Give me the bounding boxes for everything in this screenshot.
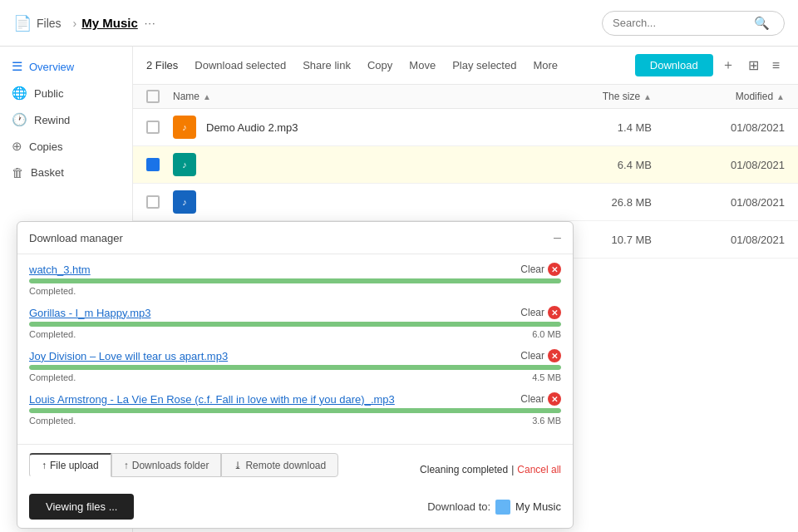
dm-cleaning-text: Cleaning completed [420, 464, 508, 475]
viewing-files-button[interactable]: Viewing files ... [29, 494, 134, 520]
dm-status-2: Completed. 4.5 MB [29, 372, 561, 382]
dm-item-1: Gorillas - I_m Happy.mp3 Clear ✕ Complet… [29, 306, 561, 339]
sort-size[interactable]: The size ▲ [552, 91, 652, 102]
dm-status-1: Completed. 6.0 MB [29, 329, 561, 339]
dm-status-text-3: Completed. [29, 416, 76, 426]
destination-label: My Music [515, 500, 561, 513]
file-date-3: 01/08/2021 [652, 234, 785, 246]
sidebar-label-overview: Overview [29, 61, 74, 73]
downloads-folder-icon: ↑ [124, 460, 129, 471]
dm-clear-label-2: Clear [520, 350, 544, 362]
search-icon: 🔍 [754, 16, 770, 31]
dm-tab-remote-download[interactable]: ⤓ Remote download [221, 453, 338, 477]
dm-filename-1[interactable]: Gorillas - I_m Happy.mp3 [29, 307, 150, 319]
file-count: 2 Files [146, 59, 178, 71]
add-icon-button[interactable]: ＋ [717, 53, 740, 77]
dm-filename-2[interactable]: Joy Division – Love will tear us apart.m… [29, 350, 228, 362]
dm-filename-3[interactable]: Louis Armstrong - La Vie En Rose (c.f. F… [29, 393, 395, 406]
sort-name[interactable]: Name ▲ [173, 91, 552, 102]
file-icon-1: ♪ [173, 153, 196, 176]
file-row-0: ♪ Demo Audio 2.mp3 1.4 MB 01/08/2021 [133, 109, 798, 146]
file-date-0: 01/08/2021 [652, 121, 785, 134]
file-checkbox-2[interactable] [146, 195, 160, 209]
more-button[interactable]: More [526, 56, 564, 75]
grid-view-button[interactable]: ⊞ [743, 54, 764, 76]
dm-footer: ↑ File upload ↑ Downloads folder ⤓ Remot… [17, 444, 573, 528]
dm-filename-0[interactable]: watch_3.htm [29, 264, 91, 276]
list-icon: ☰ [12, 59, 22, 74]
col-modified-label: Modified [736, 91, 773, 102]
globe-icon: 🌐 [12, 86, 27, 101]
dm-tabs: ↑ File upload ↑ Downloads folder ⤓ Remot… [29, 453, 338, 477]
dm-clear-button-2[interactable]: Clear ✕ [520, 349, 561, 362]
download-manager: Download manager – watch_3.htm Clear ✕ [17, 221, 574, 529]
sort-name-arrow: ▲ [203, 92, 211, 101]
dm-status-0: Completed. [29, 286, 561, 296]
download-to-label: Download to: [427, 500, 490, 513]
dm-tab-file-upload-label: File upload [50, 460, 99, 471]
dm-clear-button-1[interactable]: Clear ✕ [520, 306, 561, 319]
file-icon-2: ♪ [173, 190, 196, 214]
dm-footer-actions: Viewing files ... Download to: My Music [29, 494, 561, 520]
file-row-2: ♪ 26.8 MB 01/08/2021 [133, 184, 798, 221]
file-checkbox-0[interactable] [146, 121, 160, 134]
dm-body: watch_3.htm Clear ✕ Completed. [17, 254, 573, 444]
search-box: 🔍 [602, 11, 785, 36]
dm-status-3: Completed. 3.6 MB [29, 416, 561, 426]
file-list-header: Name ▲ The size ▲ Modified ▲ [133, 85, 798, 109]
sidebar-item-basket[interactable]: 🗑 Basket [0, 160, 132, 185]
dm-cleaning-status: Cleaning completed | Cancel all [420, 464, 561, 475]
sidebar-item-overview[interactable]: ☰ Overview [0, 53, 132, 80]
file-name-0: Demo Audio 2.mp3 [206, 121, 552, 134]
list-view-button[interactable]: ≡ [767, 55, 785, 76]
sidebar-label-rewind: Rewind [34, 114, 70, 126]
toolbar: 2 Files Download selected Share link Cop… [133, 47, 798, 85]
dm-item-2: Joy Division – Love will tear us apart.m… [29, 349, 561, 382]
copy-icon: ⊕ [12, 139, 22, 154]
dm-tab-downloads-folder[interactable]: ↑ Downloads folder [111, 453, 222, 477]
dm-status-text-2: Completed. [29, 372, 76, 382]
file-checkbox-1[interactable] [146, 158, 160, 171]
dm-progress-bar-2 [29, 365, 561, 370]
dm-close-icon-3: ✕ [548, 392, 561, 406]
dm-progress-bar-0 [29, 278, 561, 283]
dm-clear-button-0[interactable]: Clear ✕ [520, 263, 561, 276]
download-button[interactable]: Download [635, 54, 713, 76]
dm-minimize-button[interactable]: – [554, 230, 561, 245]
sidebar-label-copies: Copies [29, 140, 62, 153]
dm-tab-remote-download-label: Remote download [245, 460, 326, 471]
sidebar-label-basket: Basket [31, 166, 64, 179]
sidebar-item-copies[interactable]: ⊕ Copies [0, 133, 132, 160]
download-selected-button[interactable]: Download selected [188, 56, 293, 75]
file-date-2: 01/08/2021 [652, 196, 785, 209]
sort-modified[interactable]: Modified ▲ [652, 91, 785, 102]
remote-download-icon: ⤓ [234, 460, 242, 471]
breadcrumb-separator: › [73, 17, 77, 30]
file-date-1: 01/08/2021 [652, 159, 785, 171]
share-link-button[interactable]: Share link [296, 56, 357, 75]
col-name-label: Name [173, 91, 200, 102]
sidebar-item-public[interactable]: 🌐 Public [0, 80, 132, 106]
dm-progress-bar-3 [29, 408, 561, 413]
dm-status-text-1: Completed. [29, 329, 76, 339]
file-size-1: 6.4 MB [552, 159, 652, 171]
sidebar-item-rewind[interactable]: 🕐 Rewind [0, 106, 132, 133]
dm-tab-downloads-folder-label: Downloads folder [132, 460, 209, 471]
dm-item-0: watch_3.htm Clear ✕ Completed. [29, 263, 561, 296]
copy-button[interactable]: Copy [361, 56, 399, 75]
select-all-checkbox[interactable] [146, 90, 160, 103]
file-row-1: ♪ 6.4 MB 01/08/2021 [133, 146, 798, 184]
breadcrumb-more[interactable]: ··· [145, 17, 156, 29]
dm-tab-file-upload[interactable]: ↑ File upload [29, 453, 111, 477]
dm-clear-button-3[interactable]: Clear ✕ [520, 392, 561, 406]
sidebar-label-public: Public [34, 87, 63, 100]
move-button[interactable]: Move [402, 56, 442, 75]
search-input[interactable] [613, 17, 754, 29]
col-size-label: The size [603, 91, 640, 102]
dm-cancel-all[interactable]: Cancel all [517, 464, 561, 475]
sort-size-arrow: ▲ [643, 92, 652, 101]
dm-close-icon-2: ✕ [548, 349, 561, 362]
play-selected-button[interactable]: Play selected [446, 56, 523, 75]
dm-header: Download manager – [17, 222, 573, 254]
dm-size-3: 3.6 MB [532, 416, 561, 426]
